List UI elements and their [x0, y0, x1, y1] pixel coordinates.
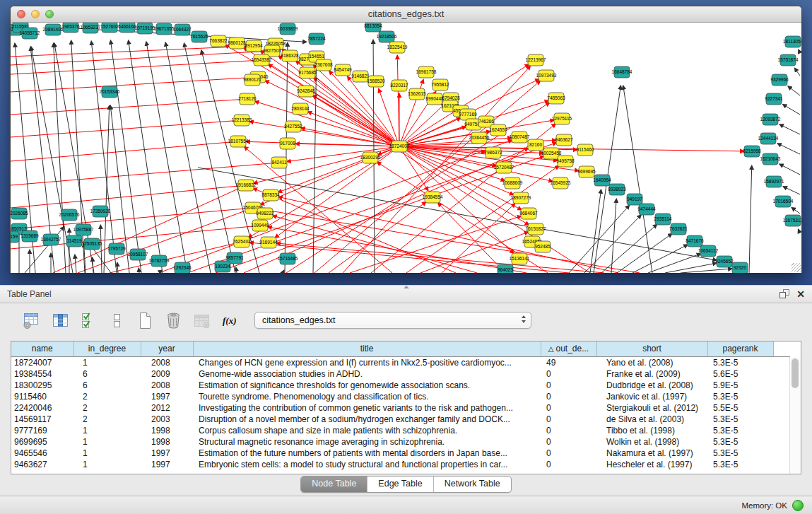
graph-node[interactable]: 1624557: [489, 124, 507, 136]
graph-node[interactable]: 1588520: [367, 76, 385, 87]
graph-node[interactable]: 7986372: [484, 147, 502, 158]
close-panel-button[interactable]: ✕: [796, 289, 805, 299]
graph-node[interactable]: 10719195: [135, 23, 155, 34]
graph-node[interactable]: 12975115: [552, 113, 572, 124]
column-header-title[interactable]: title: [193, 341, 541, 356]
graph-node[interactable]: 12093872: [760, 114, 781, 125]
table-selector-dropdown[interactable]: citations_edges.txt: [254, 312, 531, 329]
graph-node[interactable]: 9890121: [243, 74, 261, 86]
graph-node[interactable]: 8427552: [284, 121, 302, 132]
table-row[interactable]: 1938455462009Genome-wide association stu…: [11, 368, 790, 380]
graph-node[interactable]: 1315689: [20, 230, 39, 242]
graph-node[interactable]: 16543382: [252, 54, 272, 66]
graph-node[interactable]: 7615526: [190, 31, 208, 42]
graph-node[interactable]: 9175685: [298, 67, 317, 78]
graph-node[interactable]: 8912954: [245, 40, 263, 52]
graph-node[interactable]: 1099449: [251, 220, 269, 231]
graph-node[interactable]: 8186328: [281, 50, 299, 62]
graph-node[interactable]: 1292346: [173, 262, 192, 273]
graph-node[interactable]: 2935114: [654, 214, 672, 225]
graph-node[interactable]: 19384554: [423, 192, 443, 203]
graph-node[interactable]: 16961758: [416, 66, 437, 78]
graph-node[interactable]: 9242848: [297, 86, 315, 97]
network-canvas[interactable]: 1805571211558114055712208914061965376106…: [11, 23, 801, 273]
table-row[interactable]: 1456911722003Disruption of a novel membe…: [11, 414, 790, 425]
graph-node[interactable]: 952485: [535, 241, 551, 252]
column-header-pagerank[interactable]: pagerank: [707, 341, 773, 356]
graph-node[interactable]: 9329966: [770, 74, 789, 86]
graph-node[interactable]: 16033809: [278, 23, 298, 35]
select-all-button[interactable]: [79, 311, 98, 330]
graph-node[interactable]: 7632621: [669, 223, 688, 235]
column-header-in_degree[interactable]: in_degree: [73, 341, 141, 356]
table-row[interactable]: 977716911998Corpus callosum shape and si…: [11, 425, 790, 436]
graph-node[interactable]: 1965376: [61, 23, 80, 33]
graph-node[interactable]: 18907279: [511, 192, 531, 204]
column-header-short[interactable]: short: [596, 341, 707, 356]
graph-node[interactable]: 1562615: [408, 88, 426, 100]
graph-node[interactable]: 10958107: [128, 249, 148, 260]
show-columns-button[interactable]: [51, 311, 70, 330]
graph-node[interactable]: 10653237: [81, 23, 101, 33]
graph-node[interactable]: 9495758: [556, 156, 575, 167]
table-scrollbar[interactable]: [789, 357, 801, 474]
graph-node[interactable]: 16782759: [149, 255, 170, 267]
graph-node[interactable]: 12213383: [232, 115, 252, 126]
column-header-out_de[interactable]: △out_de...: [541, 341, 596, 356]
graph-node[interactable]: 10973493: [536, 70, 557, 81]
graph-node[interactable]: 9498222: [256, 208, 274, 219]
network-window-titlebar[interactable]: citations_edges.txt: [11, 6, 801, 23]
graph-node[interactable]: 18325419: [387, 42, 408, 53]
graph-node[interactable]: 92320: [732, 262, 748, 273]
column-header-name[interactable]: name: [11, 341, 73, 356]
graph-node[interactable]: 10807487: [510, 132, 530, 143]
table-row[interactable]: 969969511998Structural magnetic resonanc…: [11, 436, 790, 448]
graph-node[interactable]: 9115460: [577, 144, 594, 156]
graph-node[interactable]: 9227341: [765, 93, 783, 105]
table-row[interactable]: 946362711997Embryonic stem cells: a mode…: [11, 459, 790, 470]
graph-node[interactable]: 8938923: [608, 184, 626, 195]
graph-node[interactable]: 14055712: [20, 28, 40, 39]
window-zoom-button[interactable]: [45, 10, 54, 18]
graph-node[interactable]: 1640954: [593, 175, 611, 186]
graph-node[interactable]: 18300295: [360, 152, 381, 163]
graph-node[interactable]: 15136141: [510, 253, 530, 264]
graph-node[interactable]: 964023: [498, 264, 513, 273]
graph-node[interactable]: 16545923: [551, 177, 571, 189]
graph-node[interactable]: 949197: [627, 194, 642, 205]
graph-node[interactable]: 2718126: [238, 93, 257, 105]
graph-node[interactable]: 8454749: [334, 64, 352, 76]
graph-node[interactable]: 2026085: [11, 208, 28, 219]
graph-node[interactable]: 9699695: [577, 166, 596, 177]
graph-node[interactable]: 13042757: [41, 234, 61, 245]
tab-edge-table[interactable]: Edge Table: [367, 477, 433, 492]
graph-node[interactable]: 7955812: [431, 79, 449, 90]
graph-node[interactable]: 19671355: [154, 23, 175, 35]
network-graph[interactable]: 1805571211558114055712208914061965376106…: [11, 23, 801, 273]
graph-node[interactable]: 39159: [11, 231, 19, 243]
graph-node[interactable]: 82160: [528, 139, 543, 151]
graph-node[interactable]: 114519: [66, 235, 82, 247]
graph-node[interactable]: 917008: [280, 138, 295, 149]
graph-node[interactable]: 8215958: [743, 146, 761, 157]
graph-node[interactable]: 12444134: [758, 133, 779, 144]
memory-status-indicator[interactable]: [792, 500, 804, 511]
graph-node[interactable]: 7857224: [307, 33, 326, 45]
graph-node[interactable]: 6466160: [118, 23, 136, 33]
deselect-all-button[interactable]: [107, 311, 126, 330]
float-panel-button[interactable]: [779, 289, 790, 299]
table-row[interactable]: 2242004622012Investigating the contribut…: [11, 402, 790, 414]
function-builder-button[interactable]: f(x): [220, 311, 240, 330]
graph-node[interactable]: 1064327: [173, 24, 192, 35]
graph-node[interactable]: 9684067: [519, 208, 538, 219]
table-scrollbar-thumb[interactable]: [792, 358, 799, 388]
graph-node[interactable]: 16648784: [612, 66, 632, 78]
graph-node[interactable]: 20153346: [100, 86, 120, 98]
graph-node[interactable]: 1527602: [100, 23, 119, 33]
window-resize-grip[interactable]: [792, 263, 801, 272]
graph-node[interactable]: 15720487: [494, 162, 514, 173]
tab-network-table[interactable]: Network Table: [434, 477, 511, 492]
graph-node[interactable]: 7625402: [233, 236, 251, 247]
graph-node[interactable]: 12505135: [82, 238, 102, 250]
window-close-button[interactable]: [17, 10, 25, 18]
